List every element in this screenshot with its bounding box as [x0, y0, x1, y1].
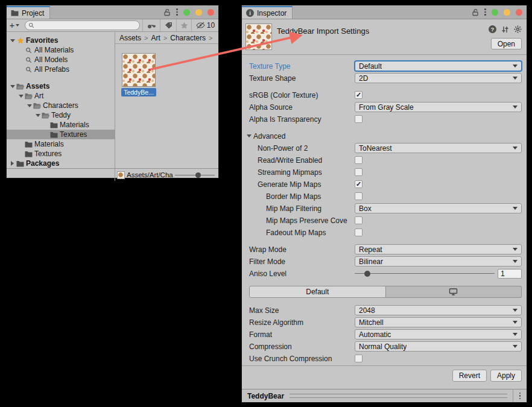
foldout-open-icon[interactable] — [8, 39, 16, 42]
tree-item-teddy[interactable]: Teddy — [7, 110, 115, 120]
foldout-open-icon[interactable] — [25, 104, 33, 107]
chevron-down-icon — [513, 321, 518, 324]
resize-algorithm-dropdown[interactable]: Mitchell — [355, 317, 522, 327]
tree-item-teddy-textures[interactable]: Textures — [7, 130, 115, 139]
star-icon — [16, 37, 24, 44]
advanced-foldout[interactable]: Advanced — [249, 130, 522, 142]
red-circle-icon[interactable] — [207, 9, 214, 16]
help-icon[interactable]: ? — [489, 25, 496, 33]
inspector-window: i Inspector TeddyBear Import Settings ? … — [241, 5, 527, 403]
kebab-menu-icon[interactable] — [484, 8, 486, 16]
thumbnail-zoom-slider[interactable] — [175, 171, 215, 178]
tree-item-all-models[interactable]: All Models — [7, 55, 115, 65]
folder-icon — [11, 10, 19, 16]
resize-algorithm-label: Resize Algorithm — [249, 318, 355, 327]
field-texture-type: Texture Type Default — [249, 60, 522, 72]
fadeout-mipmaps-checkbox[interactable] — [355, 229, 363, 236]
foldout-open-icon[interactable] — [17, 95, 25, 98]
folder-open-icon — [33, 103, 41, 109]
foldout-closed-icon[interactable] — [8, 161, 16, 166]
revert-button[interactable]: Revert — [452, 370, 487, 382]
tree-item-assets[interactable]: Assets — [7, 81, 115, 91]
red-circle-icon[interactable] — [516, 9, 522, 16]
gear-icon[interactable] — [514, 25, 522, 33]
teddybear-asset-label[interactable]: TeddyBe... — [121, 88, 156, 96]
tree-item-all-materials[interactable]: All Materials — [7, 45, 115, 55]
tree-item-characters[interactable]: Characters — [7, 101, 115, 110]
yellow-circle-icon[interactable] — [195, 9, 202, 16]
open-button[interactable]: Open — [491, 38, 522, 49]
foldout-open-icon[interactable] — [34, 114, 42, 117]
chevron-down-icon — [513, 106, 518, 109]
preview-resize-handle[interactable] — [290, 394, 507, 398]
create-asset-button[interactable]: + — [7, 19, 22, 31]
tree-item-teddy-materials[interactable]: Materials — [7, 120, 115, 130]
field-filter-mode: Filter Mode Bilinear — [249, 256, 522, 267]
tab-inspector[interactable]: i Inspector — [242, 6, 293, 19]
preview-bar: TeddyBear — [242, 389, 527, 402]
presets-icon[interactable] — [501, 26, 509, 33]
texture-shape-dropdown[interactable]: 2D — [355, 73, 522, 83]
texture-type-dropdown[interactable]: Default — [355, 61, 522, 71]
border-mipmaps-checkbox[interactable] — [355, 192, 363, 200]
apply-button[interactable]: Apply — [490, 370, 522, 382]
slider-knob[interactable] — [195, 172, 201, 178]
tree-item-favorites[interactable]: Favorites — [7, 36, 115, 45]
platform-tab-standalone[interactable] — [386, 286, 522, 298]
format-dropdown[interactable]: Automatic — [355, 329, 522, 339]
wrap-mode-dropdown[interactable]: Repeat — [355, 244, 522, 254]
breadcrumb-separator: > — [163, 34, 167, 42]
breadcrumb-characters[interactable]: Characters — [170, 34, 206, 42]
field-max-size: Max Size 2048 — [249, 304, 522, 316]
project-toolbar: + 10 — [7, 19, 218, 32]
srgb-checkbox[interactable]: ✓ — [355, 91, 363, 99]
use-crunch-compression-checkbox[interactable] — [355, 355, 363, 362]
hidden-count-button[interactable]: 10 — [191, 19, 218, 31]
lock-icon[interactable] — [472, 8, 479, 16]
read-write-checkbox[interactable] — [355, 156, 363, 164]
platform-tab-default[interactable]: Default — [249, 286, 386, 298]
compression-dropdown[interactable]: Normal Quality — [355, 341, 522, 352]
project-window: Project + 10 — [6, 5, 219, 178]
breadcrumb-assets[interactable]: Assets — [119, 34, 141, 42]
filter-by-label-button[interactable] — [160, 19, 176, 31]
lock-icon[interactable] — [163, 8, 171, 16]
aniso-level-slider[interactable] — [355, 270, 495, 277]
tree-item-materials[interactable]: Materials — [7, 139, 115, 149]
green-circle-icon[interactable] — [183, 9, 190, 16]
filter-mode-dropdown[interactable]: Bilinear — [355, 256, 522, 267]
search-input[interactable] — [25, 21, 140, 30]
breadcrumb-art[interactable]: Art — [151, 34, 160, 42]
max-size-dropdown[interactable]: 2048 — [355, 305, 522, 315]
green-circle-icon[interactable] — [492, 9, 498, 16]
aniso-level-value-field[interactable]: 1 — [498, 269, 522, 279]
foldout-open-icon[interactable] — [8, 85, 16, 88]
yellow-circle-icon[interactable] — [504, 9, 510, 16]
kebab-menu-icon[interactable] — [176, 8, 178, 16]
inspector-tabstrip: i Inspector — [242, 5, 527, 19]
mip-preserve-coverage-checkbox[interactable] — [355, 216, 363, 224]
tree-item-art[interactable]: Art — [7, 91, 115, 101]
field-mip-preserve-coverage: Mip Maps Preserve Cove — [249, 215, 522, 226]
filter-by-type-button[interactable] — [142, 19, 160, 31]
hidden-count-eye-icon — [195, 22, 206, 29]
saved-search-button[interactable] — [176, 19, 191, 31]
tab-project[interactable]: Project — [7, 6, 50, 19]
mip-filtering-dropdown[interactable]: Box — [355, 203, 522, 213]
tree-item-textures[interactable]: Textures — [7, 149, 115, 159]
streaming-mipmaps-checkbox[interactable] — [355, 168, 363, 176]
field-border-mipmaps: Border Mip Maps — [249, 191, 522, 202]
generate-mipmaps-checkbox[interactable]: ✓ — [355, 180, 363, 188]
npot-dropdown[interactable]: ToNearest — [355, 143, 522, 153]
tree-item-all-prefabs[interactable]: All Prefabs — [7, 65, 115, 74]
texture-shape-label: Texture Shape — [249, 74, 355, 83]
tree-item-packages[interactable]: Packages — [7, 159, 115, 168]
slider-knob[interactable] — [364, 271, 370, 277]
preview-menu-button[interactable] — [513, 390, 527, 402]
field-aniso-level: Aniso Level 1 — [249, 268, 522, 279]
teddybear-asset-thumbnail[interactable] — [122, 53, 156, 87]
alpha-is-transparency-checkbox[interactable] — [355, 115, 363, 123]
folder-icon — [25, 141, 33, 148]
alpha-source-dropdown[interactable]: From Gray Scale — [355, 102, 522, 112]
folder-icon — [25, 151, 33, 157]
